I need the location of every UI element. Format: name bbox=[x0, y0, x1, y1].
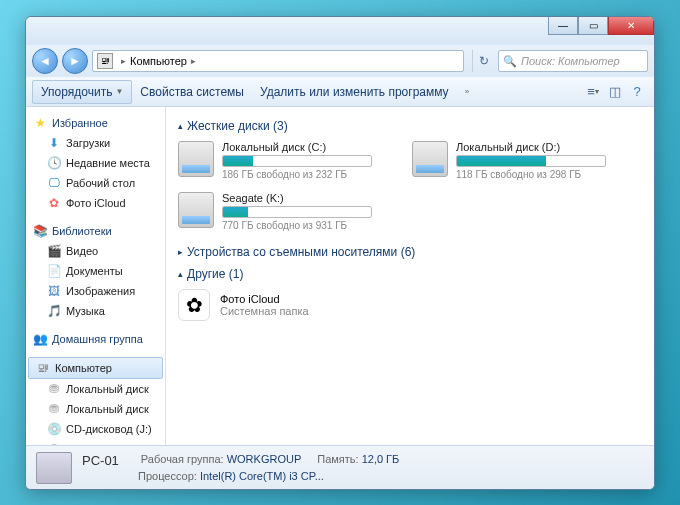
sidebar-homegroup: 👥Домашняя группа bbox=[26, 329, 165, 349]
sidebar-computer: 🖳Компьютер ⛃Локальный диск ⛃Локальный ди… bbox=[26, 357, 165, 445]
document-icon: 📄 bbox=[46, 263, 62, 279]
sidebar-item-local-disk-c[interactable]: ⛃Локальный диск bbox=[26, 379, 165, 399]
sidebar-item-videos[interactable]: 🎬Видео bbox=[26, 241, 165, 261]
sidebar-libraries: 📚Библиотеки 🎬Видео 📄Документы 🖼Изображен… bbox=[26, 221, 165, 321]
drive-local-c[interactable]: Локальный диск (C:) 186 ГБ свободно из 2… bbox=[178, 141, 388, 180]
icloud-photos-icon: ✿ bbox=[178, 289, 210, 321]
chevron-right-icon: ▸ bbox=[121, 56, 126, 66]
search-placeholder: Поиск: Компьютер bbox=[521, 55, 620, 67]
help-button[interactable]: ? bbox=[626, 81, 648, 103]
sidebar-item-local-disk-d[interactable]: ⛃Локальный диск bbox=[26, 399, 165, 419]
sidebar-libraries-header[interactable]: 📚Библиотеки bbox=[26, 221, 165, 241]
sidebar-favorites: ★Избранное ⬇Загрузки 🕓Недавние места 🖵Ра… bbox=[26, 113, 165, 213]
window-controls: — ▭ ✕ bbox=[548, 17, 654, 35]
memory-label: Память: bbox=[317, 453, 358, 465]
drive-name: Локальный диск (C:) bbox=[222, 141, 388, 153]
collapse-icon: ▴ bbox=[178, 121, 183, 131]
memory-value: 12,0 ГБ bbox=[362, 453, 400, 465]
drive-usage-bar bbox=[222, 155, 372, 167]
navigation-pane: ★Избранное ⬇Загрузки 🕓Недавние места 🖵Ра… bbox=[26, 107, 166, 445]
chevron-down-icon: ▼ bbox=[115, 87, 123, 96]
drive-free-text: 770 ГБ свободно из 931 ГБ bbox=[222, 220, 388, 231]
sidebar-favorites-header[interactable]: ★Избранное bbox=[26, 113, 165, 133]
sidebar-item-documents[interactable]: 📄Документы bbox=[26, 261, 165, 281]
section-removable[interactable]: ▸Устройства со съемными носителями (6) bbox=[178, 245, 642, 259]
drive-icon bbox=[178, 141, 214, 177]
drive-name: Локальный диск (D:) bbox=[456, 141, 622, 153]
pictures-icon: 🖼 bbox=[46, 283, 62, 299]
sidebar-item-music[interactable]: 🎵Музыка bbox=[26, 301, 165, 321]
system-properties-button[interactable]: Свойства системы bbox=[132, 81, 252, 103]
uninstall-button[interactable]: Удалить или изменить программу bbox=[252, 81, 457, 103]
toolbar-overflow[interactable]: » bbox=[457, 83, 477, 100]
expand-icon: ▸ bbox=[178, 247, 183, 257]
drive-usage-bar bbox=[456, 155, 606, 167]
search-icon: 🔍 bbox=[503, 55, 517, 68]
section-other[interactable]: ▴Другие (1) bbox=[178, 267, 642, 281]
chevron-right-icon: ▸ bbox=[191, 56, 196, 66]
pc-name: PC-01 bbox=[82, 453, 119, 468]
drive-icon bbox=[412, 141, 448, 177]
explorer-window: — ▭ ✕ ◄ ► 🖳 ▸ Компьютер ▸ ↻ 🔍 Поиск: Ком… bbox=[25, 16, 655, 490]
drives-list: Локальный диск (C:) 186 ГБ свободно из 2… bbox=[178, 141, 642, 231]
download-icon: ⬇ bbox=[46, 135, 62, 151]
view-options-button[interactable]: ≡▾ bbox=[582, 81, 604, 103]
minimize-button[interactable]: — bbox=[548, 17, 578, 35]
drive-local-d[interactable]: Локальный диск (D:) 118 ГБ свободно из 2… bbox=[412, 141, 622, 180]
cd-icon: 💿 bbox=[46, 421, 62, 437]
content-pane: ▴Жесткие диски (3) Локальный диск (C:) 1… bbox=[166, 107, 654, 445]
drive-free-text: 118 ГБ свободно из 298 ГБ bbox=[456, 169, 622, 180]
search-input[interactable]: 🔍 Поиск: Компьютер bbox=[498, 50, 648, 72]
drive-free-text: 186 ГБ свободно из 232 ГБ bbox=[222, 169, 388, 180]
maximize-button[interactable]: ▭ bbox=[578, 17, 608, 35]
breadcrumb-location[interactable]: Компьютер bbox=[130, 55, 187, 67]
sidebar-item-pictures[interactable]: 🖼Изображения bbox=[26, 281, 165, 301]
icloud-icon: ✿ bbox=[46, 195, 62, 211]
toolbar: Упорядочить ▼ Свойства системы Удалить и… bbox=[26, 77, 654, 107]
back-button[interactable]: ◄ bbox=[32, 48, 58, 74]
computer-icon: 🖳 bbox=[97, 53, 113, 69]
breadcrumb[interactable]: 🖳 ▸ Компьютер ▸ bbox=[92, 50, 464, 72]
item-type: Системная папка bbox=[220, 305, 309, 317]
organize-button[interactable]: Упорядочить ▼ bbox=[32, 80, 132, 104]
drive-name: Seagate (K:) bbox=[222, 192, 388, 204]
workgroup-value: WORKGROUP bbox=[227, 453, 302, 465]
forward-button[interactable]: ► bbox=[62, 48, 88, 74]
computer-icon: 🖳 bbox=[35, 360, 51, 376]
homegroup-icon: 👥 bbox=[32, 331, 48, 347]
drive-icon bbox=[178, 192, 214, 228]
sidebar-item-downloads[interactable]: ⬇Загрузки bbox=[26, 133, 165, 153]
sidebar-item-icloud-photos[interactable]: ✿Фото iCloud bbox=[26, 193, 165, 213]
drive-icon: ⛃ bbox=[46, 401, 62, 417]
cpu-value: Intel(R) Core(TM) i3 CP... bbox=[200, 470, 324, 482]
sidebar-item-cd-drive[interactable]: 💿CD-дисковод (J:) bbox=[26, 419, 165, 439]
preview-pane-button[interactable]: ◫ bbox=[604, 81, 626, 103]
music-icon: 🎵 bbox=[46, 303, 62, 319]
desktop-icon: 🖵 bbox=[46, 175, 62, 191]
computer-large-icon bbox=[36, 452, 72, 484]
collapse-icon: ▴ bbox=[178, 269, 183, 279]
close-button[interactable]: ✕ bbox=[608, 17, 654, 35]
section-hard-drives[interactable]: ▴Жесткие диски (3) bbox=[178, 119, 642, 133]
drive-usage-bar bbox=[222, 206, 372, 218]
sidebar-homegroup-header[interactable]: 👥Домашняя группа bbox=[26, 329, 165, 349]
item-name: Фото iCloud bbox=[220, 293, 309, 305]
star-icon: ★ bbox=[32, 115, 48, 131]
sidebar-item-computer[interactable]: 🖳Компьютер bbox=[28, 357, 163, 379]
recent-icon: 🕓 bbox=[46, 155, 62, 171]
libraries-icon: 📚 bbox=[32, 223, 48, 239]
refresh-button[interactable]: ↻ bbox=[472, 50, 494, 72]
details-pane: PC-01 Рабочая группа: WORKGROUP Память: … bbox=[26, 445, 654, 489]
titlebar[interactable]: — ▭ ✕ bbox=[26, 17, 654, 45]
drive-icon: ⛃ bbox=[46, 381, 62, 397]
item-icloud-photos[interactable]: ✿ Фото iCloud Системная папка bbox=[178, 289, 642, 321]
drive-seagate-k[interactable]: Seagate (K:) 770 ГБ свободно из 931 ГБ bbox=[178, 192, 388, 231]
workgroup-label: Рабочая группа: bbox=[141, 453, 224, 465]
address-bar: ◄ ► 🖳 ▸ Компьютер ▸ ↻ 🔍 Поиск: Компьютер bbox=[26, 45, 654, 77]
video-icon: 🎬 bbox=[46, 243, 62, 259]
sidebar-item-recent[interactable]: 🕓Недавние места bbox=[26, 153, 165, 173]
cpu-label: Процессор: bbox=[138, 470, 197, 482]
sidebar-item-desktop[interactable]: 🖵Рабочий стол bbox=[26, 173, 165, 193]
window-body: ★Избранное ⬇Загрузки 🕓Недавние места 🖵Ра… bbox=[26, 107, 654, 445]
